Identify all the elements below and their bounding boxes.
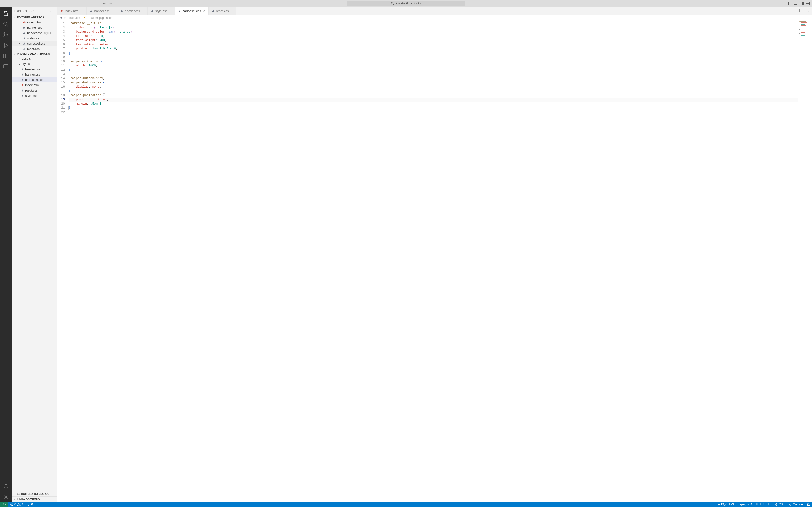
code-line[interactable]: } [69,51,799,56]
explorer-more-icon[interactable]: ··· [50,10,54,12]
svg-point-22 [18,505,19,505]
editor-tab[interactable]: header.css× [117,7,148,15]
nav-back-icon[interactable]: ← [103,1,106,5]
code-line[interactable]: width: 100%; [69,64,799,68]
code-line[interactable]: .swiper-pagination { [69,94,799,98]
outline-section[interactable]: › ESTRUTURA DO CÓDIGO [12,491,57,496]
code-line[interactable]: .swiper-button-next{ [69,80,799,85]
activity-run-debug-icon[interactable] [0,41,12,50]
code-content[interactable]: .carrossel__titulo{ color: var(--laranja… [69,20,799,502]
status-eol[interactable]: LF [766,502,773,507]
svg-point-2 [4,22,7,25]
file-item[interactable]: reset.css [12,88,57,93]
css-file-icon [22,37,26,40]
explorer-title: EXPLORADOR [14,10,34,12]
code-line[interactable] [69,72,799,76]
code-line[interactable]: .carrossel__titulo{ [69,21,799,26]
code-line[interactable]: .swiper-slide img { [69,60,799,64]
activity-search-icon[interactable] [0,19,12,29]
minimap[interactable] [799,20,812,502]
remote-indicator[interactable] [0,502,8,507]
line-number: 12 [57,68,65,72]
status-problems[interactable]: 0 0 [8,502,25,507]
close-icon[interactable]: × [203,9,205,13]
svg-point-24 [790,505,791,506]
code-line[interactable]: .swiper-button-prev, [69,76,799,81]
editor-tab[interactable]: index.html× [57,7,87,15]
project-section[interactable]: ⌄ PROJETO ALURA BOOKS [12,51,57,56]
tab-more-icon[interactable]: ··· [806,9,809,13]
line-number: 10 [57,60,65,64]
activity-remote-explorer-icon[interactable] [0,62,12,71]
toggle-panel-icon[interactable] [794,2,798,5]
css-file-icon [89,9,93,13]
code-line[interactable]: text-align: center; [69,43,799,47]
folder-item[interactable]: ›assets [12,56,57,61]
code-line[interactable]: color: var(--laranja); [69,26,799,30]
code-line[interactable]: } [69,89,799,94]
layout-controls [788,2,810,5]
editor-tab[interactable]: carrossel.css× [175,7,209,15]
open-editor-item[interactable]: ×carrossel.css [12,41,57,46]
activity-extensions-icon[interactable] [0,51,12,61]
open-editor-item[interactable]: ×reset.css [12,46,57,51]
file-item[interactable]: index.html [12,82,57,88]
status-language[interactable]: CSS [773,502,786,507]
folder-item[interactable]: ⌄styles [12,61,57,66]
activity-source-control-icon[interactable] [0,30,12,40]
file-item[interactable]: carrossel.css [12,77,57,82]
activity-explorer-icon[interactable] [0,9,12,18]
open-editor-item[interactable]: ×index.html [12,19,57,25]
html-file-icon [60,10,63,12]
timeline-section[interactable]: › LINHA DO TEMPO [12,496,57,502]
status-golive[interactable]: Go Live [786,502,805,507]
close-icon[interactable]: × [17,42,21,45]
code-line[interactable] [69,110,799,115]
ports-count: 0 [31,503,33,506]
file-item[interactable]: banner.css [12,72,57,77]
line-number: 7 [57,47,65,51]
activity-accounts-icon[interactable] [0,482,12,491]
open-editor-item[interactable]: ×banner.css [12,25,57,30]
tab-label: index.html [65,9,79,13]
split-editor-icon[interactable] [799,9,803,13]
customize-layout-icon[interactable] [806,2,810,5]
svg-point-15 [5,496,6,498]
breadcrumb-file: carrossel.css [63,16,81,19]
open-editor-item[interactable]: ×style.css [12,36,57,41]
code-line[interactable]: background-color: var(--branco); [69,30,799,34]
toggle-secondary-sidebar-icon[interactable] [800,2,804,5]
line-number: 6 [57,43,65,47]
status-notifications-icon[interactable] [805,502,812,507]
code-line[interactable] [69,55,799,60]
editor-tab[interactable]: style.css× [148,7,175,15]
status-cursor[interactable]: Ln 19, Col 23 [715,502,735,507]
nav-forward-icon[interactable]: → [109,1,112,5]
toggle-primary-sidebar-icon[interactable] [788,2,792,5]
file-item[interactable]: style.css [12,93,57,98]
breadcrumbs[interactable]: carrossel.css › .swiper-pagination [57,15,812,20]
code-line[interactable]: } [69,68,799,72]
status-indent[interactable]: Espaços: 4 [736,502,754,507]
file-item[interactable]: header.css [12,66,57,72]
status-ports[interactable]: 0 [25,502,35,507]
open-editor-item[interactable]: ×header.cssstyles [12,30,57,36]
chevron-right-icon: › [17,57,21,60]
code-line[interactable]: font-weight: 700; [69,38,799,43]
activity-settings-icon[interactable] [0,492,12,502]
code-line[interactable]: margin: .5em 0; [69,102,799,106]
command-center[interactable]: Projeto Alura Books [347,1,465,6]
css-file-icon [178,9,181,13]
code-line[interactable]: font-size: 18px; [69,34,799,39]
open-editors-label: EDITORES ABERTOS [17,16,44,19]
code-line[interactable]: } [69,106,799,110]
editor-tab[interactable]: banner.css× [87,7,117,15]
open-editors-section[interactable]: ⌄ EDITORES ABERTOS [12,15,57,19]
editor-tab[interactable]: reset.css× [209,7,236,15]
code-editor[interactable]: 12345678910111213141516171819202122 .car… [57,20,812,502]
status-encoding[interactable]: UTF-8 [754,502,766,507]
code-line[interactable]: position: initial; [69,98,799,102]
code-line[interactable]: display: none; [69,85,799,89]
code-line[interactable]: padding: 1em 0 0.5em 0; [69,47,799,51]
css-file-icon [22,47,26,51]
